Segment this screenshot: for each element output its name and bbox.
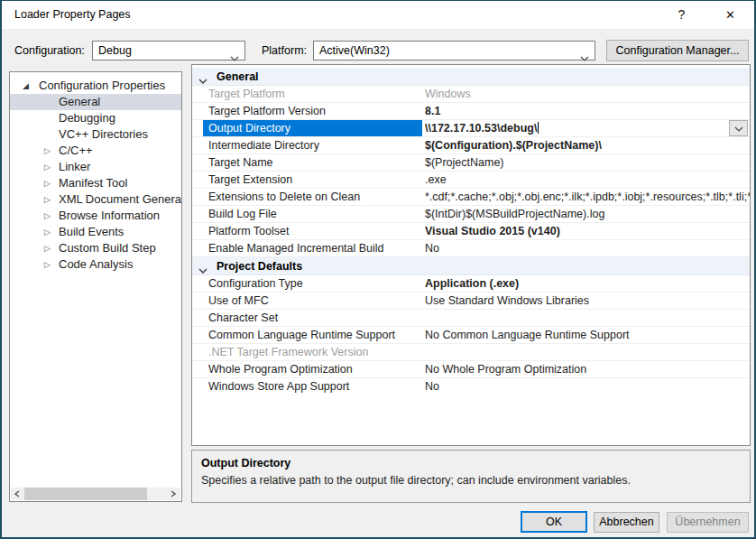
configuration-dropdown[interactable]: Debug <box>92 41 245 60</box>
property-label: Extensions to Delete on Clean <box>208 189 422 205</box>
property-value: *.cdf;*.cache;*.obj;*.obj.enc;*.ilk;*.ip… <box>425 189 750 205</box>
group-row-general[interactable]: General <box>192 68 750 86</box>
property-row-extensions-to-delete-on-clean[interactable]: Extensions to Delete on Clean *.cdf;*.ca… <box>192 189 750 206</box>
property-value: 8.1 <box>425 103 750 119</box>
configuration-manager-button[interactable]: Configuration Manager... <box>606 40 749 61</box>
tree-expanded-icon: ◢ <box>23 78 33 94</box>
property-label: Enable Managed Incremental Build <box>208 240 422 256</box>
property-label: Windows Store App Support <box>208 378 422 395</box>
tree-collapsed-icon: ▷ <box>44 175 55 191</box>
tree-collapsed-icon: ▷ <box>44 143 55 159</box>
chevron-down-icon <box>198 74 207 87</box>
property-row-enable-managed-incremental-build[interactable]: Enable Managed Incremental Build No <box>192 240 750 257</box>
property-value: Visual Studio 2015 (v140) <box>425 223 750 239</box>
scrollbar-thumb[interactable] <box>24 488 147 500</box>
chevron-down-icon[interactable] <box>729 120 748 136</box>
tree-item-configuration-properties[interactable]: ◢ Configuration Properties <box>10 78 181 94</box>
tree-item-manifest-tool[interactable]: ▷ Manifest Tool <box>10 175 181 191</box>
property-row-target-name[interactable]: Target Name $(ProjectName) <box>192 154 750 172</box>
text-caret <box>538 122 539 134</box>
property-row-intermediate-directory[interactable]: Intermediate Directory $(Configuration).… <box>192 137 750 154</box>
property-value: .exe <box>425 172 750 188</box>
tree-horizontal-scrollbar[interactable] <box>11 488 180 500</box>
description-title: Output Directory <box>201 457 741 469</box>
property-label: Target Platform Version <box>208 103 422 119</box>
tree-item-xml-document-generator[interactable]: ▷ XML Document Generator <box>10 191 181 208</box>
property-label: Target Platform <box>208 86 422 102</box>
property-row-character-set[interactable]: Character Set <box>192 310 750 327</box>
property-grid: General Target Platform Windows Target P… <box>191 64 751 446</box>
apply-button[interactable]: Übernehmen <box>667 512 749 533</box>
platform-value: Active(Win32) <box>319 44 390 57</box>
property-label-selected: Output Directory <box>203 120 422 136</box>
tree-collapsed-icon: ▷ <box>44 208 55 224</box>
property-value: No <box>425 240 750 256</box>
property-row-platform-toolset[interactable]: Platform Toolset Visual Studio 2015 (v14… <box>192 223 750 240</box>
tree-collapsed-icon: ▷ <box>44 240 55 256</box>
loader-property-pages-dialog: Loader Property Pages ? ✕ Configuration:… <box>0 0 756 539</box>
tree-collapsed-icon: ▷ <box>44 224 55 240</box>
property-label: Intermediate Directory <box>208 137 422 153</box>
help-icon[interactable]: ? <box>661 1 702 29</box>
property-value: Use Standard Windows Libraries <box>425 293 750 309</box>
property-label: Target Name <box>208 154 422 171</box>
property-description-panel: Output Directory Specifies a relative pa… <box>191 450 751 503</box>
property-pages-tree: ◢ Configuration Properties General Debug… <box>9 71 182 502</box>
property-label: Whole Program Optimization <box>208 361 422 377</box>
output-directory-edit-field[interactable]: \\172.17.10.53\debug\ <box>425 120 750 136</box>
tree-collapsed-icon: ▷ <box>44 191 55 208</box>
tree-item-linker[interactable]: ▷ Linker <box>10 159 181 175</box>
chevron-down-icon <box>198 264 207 276</box>
property-value: Windows <box>425 86 750 102</box>
tree-item-custom-build-step[interactable]: ▷ Custom Build Step <box>10 240 181 256</box>
property-row-build-log-file[interactable]: Build Log File $(IntDir)$(MSBuildProject… <box>192 206 750 223</box>
property-value: $(ProjectName) <box>425 154 750 171</box>
configuration-value: Debug <box>98 44 132 57</box>
property-label: Build Log File <box>208 206 422 222</box>
property-row-target-extension[interactable]: Target Extension .exe <box>192 172 750 189</box>
tree-item-browse-information[interactable]: ▷ Browse Information <box>10 208 181 224</box>
tree-item-vcpp-directories[interactable]: VC++ Directories <box>10 126 181 143</box>
platform-label: Platform: <box>262 41 307 60</box>
tree-item-code-analysis[interactable]: ▷ Code Analysis <box>10 256 181 273</box>
property-row-whole-program-optimization[interactable]: Whole Program Optimization No Whole Prog… <box>192 361 750 378</box>
property-row-windows-store-app-support[interactable]: Windows Store App Support No <box>192 378 750 395</box>
output-directory-value: \\172.17.10.53\debug\ <box>425 122 537 135</box>
property-label: Platform Toolset <box>208 223 422 239</box>
group-row-project-defaults[interactable]: Project Defaults <box>192 257 750 275</box>
property-label: Configuration Type <box>208 275 422 292</box>
property-row-net-target-framework-version[interactable]: .NET Target Framework Version <box>192 344 750 361</box>
tree-collapsed-icon: ▷ <box>44 256 55 273</box>
property-row-target-platform[interactable]: Target Platform Windows <box>192 86 750 103</box>
property-value: $(IntDir)$(MSBuildProjectName).log <box>425 206 750 222</box>
title-bar[interactable]: Loader Property Pages ? ✕ <box>2 1 754 29</box>
property-value: No Common Language Runtime Support <box>425 327 750 343</box>
property-row-common-language-runtime-support[interactable]: Common Language Runtime Support No Commo… <box>192 327 750 344</box>
property-value: No Whole Program Optimization <box>425 361 750 377</box>
property-label: Use of MFC <box>208 293 422 309</box>
group-label: General <box>217 68 259 86</box>
property-label: Common Language Runtime Support <box>208 327 422 343</box>
close-icon[interactable]: ✕ <box>710 1 751 29</box>
property-row-configuration-type[interactable]: Configuration Type Application (.exe) <box>192 275 750 293</box>
platform-dropdown[interactable]: Active(Win32) <box>313 41 595 60</box>
tree-item-debugging[interactable]: Debugging <box>10 110 181 126</box>
cancel-button[interactable]: Abbrechen <box>594 512 659 533</box>
ok-button[interactable]: OK <box>521 511 587 533</box>
property-row-use-of-mfc[interactable]: Use of MFC Use Standard Windows Librarie… <box>192 293 750 310</box>
tree-item-general[interactable]: General <box>10 94 181 110</box>
property-value: No <box>425 378 750 395</box>
description-text: Specifies a relative path to the output … <box>201 474 741 487</box>
property-row-target-platform-version[interactable]: Target Platform Version 8.1 <box>192 103 750 120</box>
property-label: .NET Target Framework Version <box>208 344 422 360</box>
property-label: Character Set <box>208 310 422 326</box>
tree-collapsed-icon: ▷ <box>44 159 55 175</box>
scroll-right-icon[interactable] <box>167 488 180 500</box>
property-value: Application (.exe) <box>425 275 750 292</box>
property-row-output-directory[interactable]: Output Directory \\172.17.10.53\debug\ <box>192 120 750 137</box>
window-title: Loader Property Pages <box>14 1 131 29</box>
scroll-left-icon[interactable] <box>11 488 24 500</box>
tree-item-build-events[interactable]: ▷ Build Events <box>10 224 181 240</box>
tree-item-c-cpp[interactable]: ▷ C/C++ <box>10 143 181 159</box>
property-label: Target Extension <box>208 172 422 188</box>
